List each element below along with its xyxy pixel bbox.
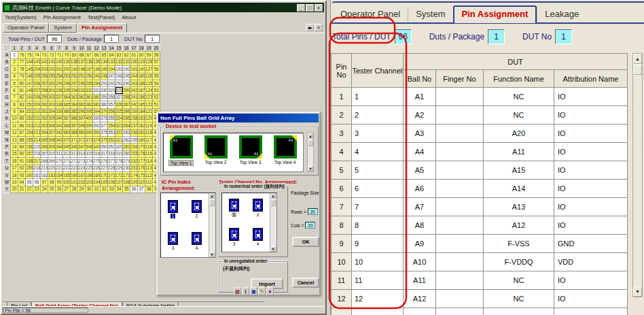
- grid-col-header-7[interactable]: 7: [56, 45, 63, 52]
- tab-system[interactable]: System: [408, 7, 452, 22]
- grid-cell-U4[interactable]: 218: [33, 165, 41, 171]
- scroll-thumb[interactable]: [270, 199, 276, 206]
- grid-cell-M19[interactable]: 118: [145, 129, 153, 136]
- grid-cell-J6[interactable]: 304: [48, 108, 56, 115]
- grid-cell-W7[interactable]: 99: [56, 179, 63, 186]
- grid-cell-G20[interactable]: 52: [153, 94, 160, 101]
- grid-col-header-20[interactable]: 20: [153, 45, 160, 52]
- cell-function-name[interactable]: A13: [484, 198, 554, 216]
- ic-list-scrollbar[interactable]: ▲ ▼: [209, 193, 215, 257]
- grid-cell-K8[interactable]: 367: [63, 115, 71, 122]
- grid-cell-G11[interactable]: 361: [86, 94, 93, 101]
- grid-cell-R2[interactable]: 90: [18, 150, 26, 157]
- grid-row-header-A[interactable]: A: [3, 52, 11, 59]
- grid-cell-B2[interactable]: 77: [18, 59, 26, 65]
- grid-cell-F11[interactable]: 332: [86, 87, 93, 94]
- grid-cell-F8[interactable]: 335: [63, 87, 71, 94]
- grid-cell-A15[interactable]: 63: [115, 52, 123, 59]
- grid-cell-U10[interactable]: 224: [78, 165, 86, 171]
- grid-cell-M4[interactable]: 213: [33, 129, 41, 136]
- grid-row-header-C[interactable]: C: [3, 66, 11, 73]
- grid-row-header-M[interactable]: M: [3, 129, 11, 136]
- panel-icon[interactable]: ▣: [250, 287, 257, 295]
- numerical-list-scrollbar[interactable]: ▲ ▼: [270, 193, 276, 252]
- grid-cell-Y19[interactable]: 38: [145, 186, 153, 193]
- tab-operator-panel[interactable]: Operator Panel: [333, 7, 408, 22]
- grid-cell-E5[interactable]: 257: [41, 80, 48, 86]
- grid-cell-Y18[interactable]: 37: [138, 186, 145, 193]
- grid-cell-T18[interactable]: 177: [138, 158, 145, 165]
- grid-row-header-W[interactable]: W: [3, 179, 11, 186]
- grid-cell-B17[interactable]: 130: [130, 59, 138, 65]
- grid-col-header-15[interactable]: 15: [115, 45, 123, 52]
- grid-cell-D16[interactable]: 245: [123, 73, 130, 80]
- grid-cell-H6[interactable]: 303: [48, 101, 56, 108]
- grid-cell-A5[interactable]: 73: [41, 52, 48, 59]
- grid-cell-H4[interactable]: 209: [33, 101, 41, 108]
- grid-cell-C6[interactable]: 202: [48, 66, 56, 73]
- grid-cell-L19[interactable]: 119: [145, 122, 153, 129]
- grid-cell-A7[interactable]: 71: [56, 52, 63, 59]
- scroll-thumb[interactable]: [209, 199, 215, 206]
- grid-cell-J17[interactable]: 239: [130, 108, 138, 115]
- grid-cell-R19[interactable]: 115: [145, 150, 153, 157]
- grid-cell-L10[interactable]: 398: [78, 122, 86, 129]
- grid-cell-Y9[interactable]: 28: [71, 186, 78, 193]
- grid-cell-J1[interactable]: 9: [11, 108, 18, 115]
- cell-finger-no[interactable]: [436, 161, 484, 180]
- grid-cell-A4[interactable]: 74: [33, 52, 41, 59]
- grid-cell-N6[interactable]: 308: [48, 137, 56, 144]
- field-value-duts-package[interactable]: 1: [104, 35, 119, 43]
- grid-cell-J18[interactable]: 184: [138, 108, 145, 115]
- cell-pin-no[interactable]: 9: [332, 235, 352, 253]
- cols-input[interactable]: 20: [305, 222, 315, 229]
- grid-cell-R1[interactable]: 15: [11, 150, 18, 157]
- grid-col-header-10[interactable]: 10: [78, 45, 86, 52]
- grid-cell-T15[interactable]: 278: [115, 158, 123, 165]
- cell-finger-no[interactable]: [436, 198, 484, 216]
- grid-cell-B15[interactable]: 132: [115, 59, 123, 65]
- col-header-pin-no[interactable]: Pin No: [332, 54, 352, 88]
- grid-cell-F2[interactable]: 81: [18, 87, 26, 94]
- grid-row-header-E[interactable]: E: [3, 80, 11, 86]
- cell-attribution-name[interactable]: IO: [554, 125, 628, 143]
- col-header-finger-no[interactable]: Finger No: [436, 70, 484, 88]
- grid-cell-D3[interactable]: 146: [26, 73, 33, 80]
- grid-cell-A14[interactable]: 64: [108, 52, 115, 59]
- grid-cell-Y17[interactable]: 36: [130, 186, 138, 193]
- grid-cell-H17[interactable]: 240: [130, 101, 138, 108]
- cell-pin-no[interactable]: 6: [332, 180, 352, 198]
- grid-cell-N19[interactable]: 117: [145, 137, 153, 144]
- grid-cell-L9[interactable]: 387: [71, 122, 78, 129]
- grid-cell-B8[interactable]: 139: [63, 59, 71, 65]
- grid-cell-D4[interactable]: 205: [33, 73, 41, 80]
- grid-cell-H13[interactable]: 380: [101, 101, 108, 108]
- dialog-title-bar[interactable]: Non Full Pins Ball Grid Array: [158, 114, 319, 122]
- grid-cell-T9[interactable]: 272: [71, 158, 78, 165]
- cell-finger-no[interactable]: [436, 271, 484, 290]
- grid-cell-D7[interactable]: 254: [56, 73, 63, 80]
- grid-cell-M2[interactable]: 87: [18, 129, 26, 136]
- col-header-ball-no[interactable]: Ball No: [404, 70, 436, 88]
- grid-cell-A8[interactable]: 70: [63, 52, 71, 59]
- grid-col-header-17[interactable]: 17: [130, 45, 138, 52]
- grid-cell-D2[interactable]: 79: [18, 73, 26, 80]
- grid-cell-P10[interactable]: 347: [78, 144, 86, 150]
- grid-cell-R9[interactable]: 313: [71, 150, 78, 157]
- grid-cell-Y16[interactable]: 35: [123, 186, 130, 193]
- grid-cell-H16[interactable]: 287: [123, 101, 130, 108]
- cell-attribution-name[interactable]: IO: [554, 88, 628, 106]
- grid-cell-C2[interactable]: 78: [18, 66, 26, 73]
- grid-cell-F16[interactable]: 289: [123, 87, 130, 94]
- grid-cell-G8[interactable]: 364: [63, 94, 71, 101]
- grid-cell-F4[interactable]: 207: [33, 87, 41, 94]
- grid-cell-J4[interactable]: 210: [33, 108, 41, 115]
- grid-cell-F1[interactable]: 6: [11, 87, 18, 94]
- grid-cell-F17[interactable]: 242: [130, 87, 138, 94]
- grid-cell-W19[interactable]: 111: [145, 179, 153, 186]
- grid-cell-C18[interactable]: 190: [138, 66, 145, 73]
- grid-cell-R3[interactable]: 157: [26, 150, 33, 157]
- grid-cell-F6[interactable]: 301: [48, 87, 56, 94]
- tab-operator-panel[interactable]: Operator Panel: [3, 23, 49, 33]
- grid-cell-H18[interactable]: 185: [138, 101, 145, 108]
